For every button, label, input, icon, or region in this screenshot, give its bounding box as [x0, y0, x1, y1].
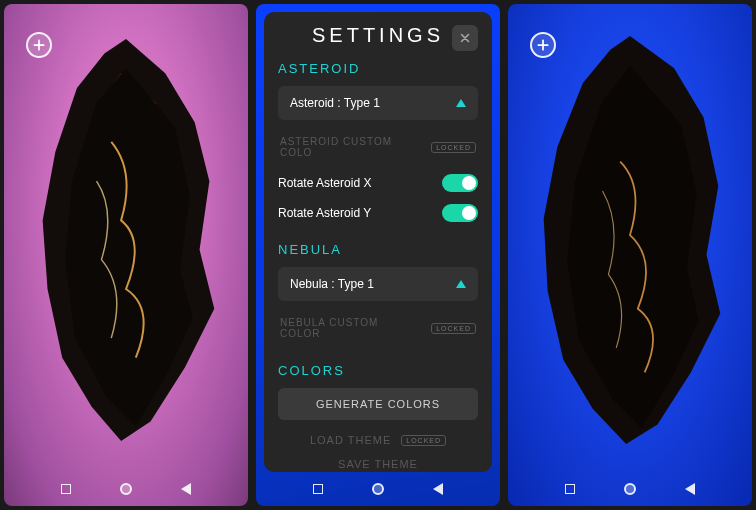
add-button[interactable] — [26, 32, 52, 58]
close-button[interactable] — [452, 25, 478, 51]
load-theme-row: LOAD THEME LOCKED — [278, 428, 478, 452]
nav-back-icon[interactable] — [431, 482, 445, 496]
rotate-x-toggle[interactable] — [442, 174, 478, 192]
android-navbar — [508, 482, 752, 496]
section-colors-label: COLORS — [278, 363, 478, 378]
settings-panel: SETTINGS ASTEROID Asteroid : Type 1 ASTE… — [264, 12, 492, 472]
nav-back-icon[interactable] — [683, 482, 697, 496]
asteroid-custom-color-label: ASTEROID CUSTOM COLO — [280, 136, 421, 158]
add-button[interactable] — [530, 32, 556, 58]
settings-title: SETTINGS — [312, 24, 444, 47]
generate-colors-button[interactable]: GENERATE COLORS — [278, 388, 478, 420]
rotate-x-label: Rotate Asteroid X — [278, 176, 371, 190]
nav-home-icon[interactable] — [119, 482, 133, 496]
chevron-up-icon — [456, 99, 466, 107]
rotate-x-row: Rotate Asteroid X — [278, 168, 478, 198]
nebula-custom-color-row: NEBULA CUSTOM COLOR LOCKED — [278, 311, 478, 349]
asteroid-type-value: Asteroid : Type 1 — [290, 96, 380, 110]
phone-preview-center: SETTINGS ASTEROID Asteroid : Type 1 ASTE… — [256, 4, 500, 506]
android-navbar — [256, 482, 500, 496]
section-asteroid-label: ASTEROID — [278, 61, 478, 76]
asteroid-render — [22, 34, 230, 446]
asteroid-custom-color-row: ASTEROID CUSTOM COLO LOCKED — [278, 130, 478, 168]
phone-preview-right — [508, 4, 752, 506]
rotate-y-toggle[interactable] — [442, 204, 478, 222]
save-theme-row: SAVE THEME — [278, 452, 478, 472]
plus-icon — [536, 38, 550, 52]
android-navbar — [4, 482, 248, 496]
nav-recent-icon[interactable] — [563, 482, 577, 496]
nav-back-icon[interactable] — [179, 482, 193, 496]
nav-recent-icon[interactable] — [59, 482, 73, 496]
chevron-up-icon — [456, 280, 466, 288]
save-theme-label: SAVE THEME — [338, 458, 418, 470]
nebula-type-value: Nebula : Type 1 — [290, 277, 374, 291]
locked-badge: LOCKED — [401, 435, 446, 446]
rotate-y-label: Rotate Asteroid Y — [278, 206, 371, 220]
nebula-custom-color-label: NEBULA CUSTOM COLOR — [280, 317, 421, 339]
phone-preview-left — [4, 4, 248, 506]
locked-badge: LOCKED — [431, 142, 476, 153]
settings-header: SETTINGS — [278, 24, 478, 47]
locked-badge: LOCKED — [431, 323, 476, 334]
asteroid-type-select[interactable]: Asteroid : Type 1 — [278, 86, 478, 120]
close-icon — [459, 32, 471, 44]
asteroid-render — [526, 34, 734, 446]
section-nebula-label: NEBULA — [278, 242, 478, 257]
load-theme-label: LOAD THEME — [310, 434, 391, 446]
plus-icon — [32, 38, 46, 52]
nav-home-icon[interactable] — [371, 482, 385, 496]
nebula-type-select[interactable]: Nebula : Type 1 — [278, 267, 478, 301]
nav-home-icon[interactable] — [623, 482, 637, 496]
nav-recent-icon[interactable] — [311, 482, 325, 496]
rotate-y-row: Rotate Asteroid Y — [278, 198, 478, 228]
